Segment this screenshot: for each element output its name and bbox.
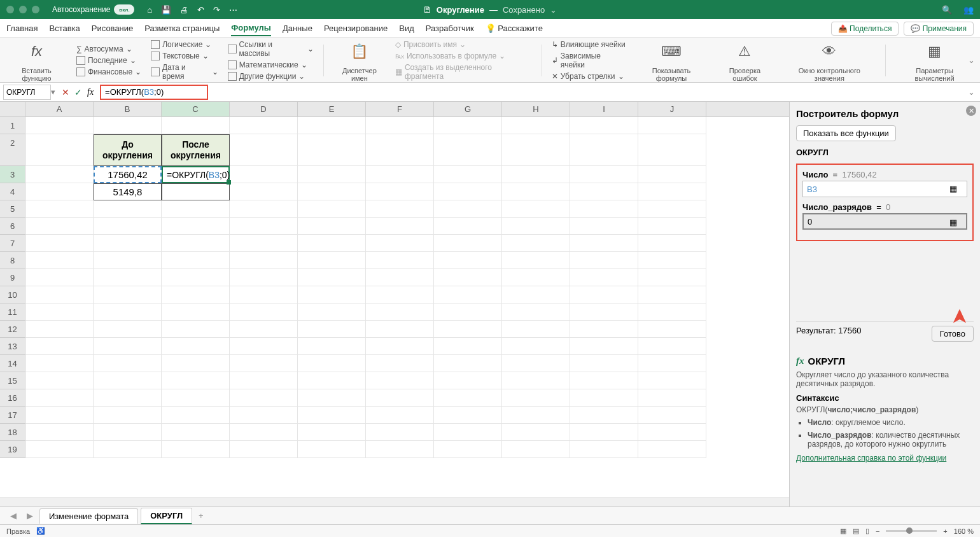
header-cell[interactable]: До округления [94, 134, 162, 166]
print-icon[interactable]: 🖨 [180, 5, 188, 15]
col-header[interactable]: I [570, 102, 638, 116]
tab-review[interactable]: Рецензирование [324, 21, 388, 36]
dependents-button[interactable]: ↲ Зависимые ячейки [552, 52, 627, 69]
recent-button[interactable]: Последние ⌄ [76, 56, 141, 65]
add-sheet-icon[interactable]: + [195, 511, 207, 520]
tab-insert[interactable]: Вставка [49, 21, 80, 36]
tellme[interactable]: 💡 Расскажите [486, 21, 543, 36]
help-fn-title: fx ОКРУГЛ [796, 356, 974, 366]
calc-opts-icon[interactable]: ▦ [922, 39, 948, 64]
fx-icon[interactable]: fx [87, 87, 94, 97]
zoom-value[interactable]: 160 % [954, 527, 974, 535]
autosave-toggle[interactable]: вкл. [114, 4, 134, 15]
insert-function-label: Вставить функцию [6, 67, 67, 82]
collapse-ribbon-icon[interactable]: ⌄ [968, 55, 975, 65]
col-header[interactable]: C [162, 102, 230, 116]
math-button[interactable]: Математические ⌄ [228, 60, 314, 69]
col-header[interactable]: F [366, 102, 434, 116]
chevron-down-icon[interactable]: ⌄ [550, 5, 557, 15]
name-mgr-icon[interactable]: 📋 [347, 39, 372, 64]
zoom-slider[interactable] [886, 530, 937, 532]
tab-formulas[interactable]: Формулы [231, 20, 271, 36]
tab-draw[interactable]: Рисование [92, 21, 133, 36]
use-in-formula-button: ℻ Использовать в формуле ⌄ [395, 52, 532, 60]
home-icon[interactable]: ⌂ [147, 5, 152, 15]
precedents-button[interactable]: ↳ Влияющие ячейки [552, 40, 627, 49]
undo-icon[interactable]: ↶ [197, 5, 204, 15]
close-icon[interactable] [6, 6, 14, 13]
tab-home[interactable]: Главная [6, 21, 38, 36]
zoom-icon[interactable] [32, 6, 39, 13]
col-header[interactable]: J [638, 102, 706, 116]
h-scrollbar[interactable] [0, 498, 789, 506]
tabs-prev-icon[interactable]: ◀ [6, 511, 20, 520]
search-icon[interactable]: 🔍 [942, 5, 952, 15]
range-picker-icon[interactable]: ▦ [949, 218, 958, 227]
col-header[interactable]: D [230, 102, 298, 116]
tab-layout[interactable]: Разметка страницы [144, 21, 220, 36]
col-header[interactable]: B [94, 102, 162, 116]
share-button[interactable]: 📤 Поделиться [831, 22, 899, 36]
recent-icon [76, 56, 85, 65]
financial-button[interactable]: Финансовые ⌄ [76, 67, 141, 76]
save-icon[interactable]: 💾 [161, 5, 171, 15]
expand-formulabar-icon[interactable]: ⌄ [968, 87, 975, 97]
view-break-icon[interactable]: ▯ [865, 527, 869, 535]
arg-number-input[interactable] [802, 181, 967, 197]
lookup-button[interactable]: Ссылки и массивы ⌄ [228, 40, 314, 58]
cell-b4[interactable]: 5149,8 [94, 183, 162, 200]
show-all-functions-button[interactable]: Показать все функции [796, 125, 896, 141]
cell-c4[interactable] [162, 183, 230, 200]
formula-input[interactable]: =ОКРУГЛ(B3;0) [100, 85, 208, 100]
comments-button[interactable]: 💬 Примечания [904, 22, 974, 36]
col-header[interactable]: E [298, 102, 366, 116]
cell-c3-active[interactable]: =ОКРУГЛ(B3;0) [162, 166, 230, 183]
cell-b3[interactable]: 17560,42 [94, 166, 162, 183]
zoom-in-icon[interactable]: + [943, 527, 947, 535]
spreadsheet[interactable]: A B C D E F G H I J 1 2До округленияПосл… [0, 102, 789, 506]
window-controls[interactable] [6, 6, 39, 13]
show-formulas-icon[interactable]: ⌨ [659, 39, 684, 64]
autosum-button[interactable]: ∑ Автосумма ⌄ [76, 45, 141, 53]
view-normal-icon[interactable]: ▦ [840, 527, 846, 535]
more-icon[interactable]: ⋯ [229, 5, 237, 15]
help-bullet: Число: округляемое число. [808, 418, 974, 427]
tabs-next-icon[interactable]: ▶ [23, 511, 37, 520]
close-panel-icon[interactable]: ✕ [966, 106, 976, 116]
share-icon[interactable]: 👥 [963, 5, 974, 15]
watch-icon[interactable]: 👁 [816, 39, 842, 64]
select-all-corner[interactable] [0, 102, 25, 116]
tab-developer[interactable]: Разработчик [426, 21, 474, 36]
arg-digits-input[interactable] [802, 213, 967, 230]
tab-view[interactable]: Вид [399, 21, 414, 36]
more-fn-button[interactable]: Другие функции ⌄ [228, 72, 314, 81]
remove-arrows-button[interactable]: ✕ Убрать стрелки ⌄ [552, 72, 627, 81]
insert-function-icon[interactable]: fx [24, 39, 49, 64]
titlebar: Автосохранение вкл. ⌂ 💾 🖨 ↶ ↷ ⋯ 🖹 Округл… [0, 0, 980, 19]
col-header[interactable]: G [434, 102, 502, 116]
redo-icon[interactable]: ↷ [213, 5, 220, 15]
accessibility-icon[interactable]: ♿ [36, 527, 45, 535]
doc-name: Округление [437, 5, 484, 15]
sheet-tab[interactable]: Изменение формата [39, 508, 138, 524]
more-help-link[interactable]: Дополнительная справка по этой функции [796, 454, 974, 463]
view-page-icon[interactable]: ▤ [853, 527, 859, 535]
panel-title: Построитель формул [796, 108, 974, 119]
error-check-icon[interactable]: ⚠ [732, 39, 757, 64]
logical-button[interactable]: Логические ⌄ [151, 40, 218, 49]
datetime-button[interactable]: Дата и время ⌄ [151, 63, 218, 81]
col-header[interactable]: A [25, 102, 94, 116]
minimize-icon[interactable] [19, 6, 27, 13]
zoom-out-icon[interactable]: − [876, 527, 879, 535]
range-picker-icon[interactable]: ▦ [949, 184, 958, 193]
name-box[interactable] [3, 85, 51, 100]
done-button[interactable]: Готово [932, 326, 974, 342]
sheet-tab[interactable]: ОКРУГЛ [141, 508, 192, 524]
arrow-indicator-icon: ➤ [947, 308, 971, 325]
cancel-formula-icon[interactable]: ✕ [62, 87, 69, 97]
confirm-formula-icon[interactable]: ✓ [74, 87, 82, 97]
col-header[interactable]: H [502, 102, 570, 116]
tab-data[interactable]: Данные [283, 21, 312, 36]
header-cell[interactable]: После округления [162, 134, 230, 166]
text-button[interactable]: Текстовые ⌄ [151, 52, 218, 60]
